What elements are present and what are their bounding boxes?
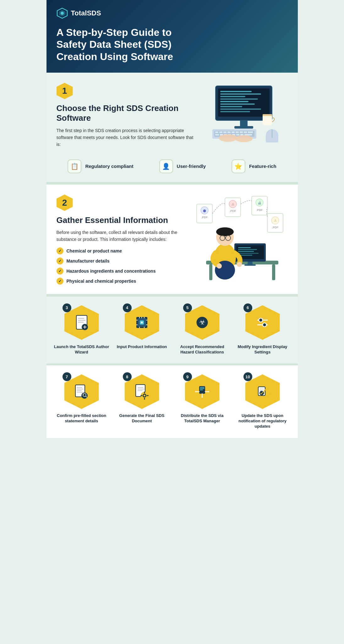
step-card-6: 6 Modify Ingredient Display Settings [235,305,290,355]
checklist-item-2: ✓ Manufacturer details [57,258,187,264]
checklist-item-1: ✓ Chemical or product name [57,247,187,254]
step-6-num: 6 [243,303,252,312]
step-card-4: 4 Input Product Information [114,305,170,355]
steps-grid-row2: 7 Confirm pre-filled section statement d… [46,364,298,438]
svg-text:.PDF: .PDF [272,226,278,229]
step-5-num: 5 [183,303,192,312]
svg-rect-7 [220,96,245,97]
svg-text:.PDF: .PDF [201,216,208,219]
step-2-title: Gather Essential Information [57,215,187,225]
section-1-left: 1 Choose the Right SDS Creation Software… [57,83,194,148]
steps-grid-row1: 3 Launch the TotalSDS Author Wizard [46,297,298,364]
svg-rect-108 [77,390,82,391]
step-6-icon [254,314,271,331]
step-7-num: 7 [63,372,71,381]
svg-rect-21 [227,131,231,133]
svg-rect-15 [234,126,253,129]
step-10-title: Update the SDS upon notification of regu… [235,413,290,429]
svg-rect-115 [138,387,143,388]
check-icon-2: ✓ [57,258,63,264]
svg-rect-4 [218,88,270,117]
step-3-num: 3 [63,303,71,312]
step-6-hex-wrap: 6 [245,305,280,340]
step-card-3: 3 Launch the TotalSDS Author Wizard [54,305,109,355]
svg-text:☣: ☣ [199,318,205,326]
step-card-5: ☣ 5 Accept Recommended Hazard Classifica… [175,305,230,355]
svg-rect-116 [138,389,145,390]
svg-rect-19 [219,131,222,133]
feature-userfriendly-label: User-friendly [177,164,206,169]
svg-text:⚠: ⚠ [231,203,234,206]
svg-point-120 [144,395,145,397]
step-7-icon [73,383,90,400]
checklist-text-3: Hazardous ingredients and concentrations [67,269,156,274]
step-3-icon [74,314,90,331]
svg-rect-126 [200,387,205,388]
svg-marker-130 [195,391,196,392]
svg-rect-23 [236,131,239,133]
featurerich-icon: ⭐ [232,159,245,173]
step-1-badge: 1 [57,83,73,99]
check-icon-4: ✓ [57,278,63,285]
step-3-hex-wrap: 3 [64,305,99,340]
svg-rect-62 [248,262,253,265]
logo-icon [57,8,68,19]
svg-rect-11 [220,106,242,107]
step-9-title: Distribute the SDS via TotalSDS Manager [175,413,230,424]
svg-rect-5 [220,91,252,92]
step-9-icon [194,383,211,400]
step-5-title: Accept Recommended Hazard Classification… [175,344,230,355]
feature-featurerich-label: Feature-rich [249,164,276,169]
section-2-illustration: .PDF ⬤ .PDF ⚠ .PDF 🔬 .PDF ⚠ [194,195,288,284]
svg-rect-79 [78,318,84,319]
step-card-8: 8 Generate the Final SDS Document [114,374,170,429]
step-7-title: Confirm pre-filled section statement det… [54,413,109,424]
divider-1 [46,182,298,185]
svg-rect-106 [77,387,82,388]
checklist-item-3: ✓ Hazardous ingredients and concentratio… [57,268,187,275]
regulatory-icon: 📋 [68,159,81,173]
svg-rect-137 [259,390,263,391]
svg-rect-12 [220,108,261,110]
svg-marker-134 [201,397,203,398]
svg-rect-14 [240,120,248,127]
step-2-badge: 2 [57,195,73,211]
svg-marker-132 [208,391,210,392]
svg-rect-121 [144,391,145,393]
svg-rect-81 [78,322,84,323]
svg-point-36 [235,135,253,142]
svg-rect-27 [215,134,219,136]
svg-rect-26 [248,131,253,133]
svg-rect-58 [209,264,212,280]
step-card-9: 9 Distribute the SDS via TotalSDS Manage… [175,374,230,429]
svg-rect-109 [77,392,83,393]
svg-rect-107 [77,389,84,390]
step-5-icon: ☣ [194,314,211,331]
svg-point-103 [263,323,266,327]
svg-rect-65 [238,249,257,250]
step-4-hex-wrap: 4 [125,305,159,340]
svg-point-77 [237,262,242,267]
step-10-hex-wrap: 10 [245,374,280,409]
section-2: 2 Gather Essential Information Before us… [46,185,298,294]
svg-rect-13 [220,111,250,112]
svg-point-97 [141,322,143,324]
step-7-hex-wrap: 7 [64,374,99,409]
svg-text:⬤: ⬤ [203,209,206,213]
step-4-icon [133,314,150,331]
section-2-left: 2 Gather Essential Information Before us… [57,195,187,288]
step-4-num: 4 [123,303,132,312]
svg-rect-59 [272,264,275,280]
svg-rect-63 [244,264,256,266]
step-1-title: Choose the Right SDS Creation Software [57,103,194,123]
feature-featurerich: ⭐ Feature-rich [232,159,276,173]
svg-point-72 [216,227,234,236]
step-9-num: 9 [183,372,192,381]
svg-point-76 [217,264,222,269]
svg-text:⚠: ⚠ [274,219,276,222]
computer-svg [203,83,285,142]
step-8-title: Generate the Final SDS Document [114,413,170,424]
svg-text:🔬: 🔬 [258,201,262,205]
svg-rect-18 [215,131,218,133]
svg-rect-10 [220,103,255,105]
